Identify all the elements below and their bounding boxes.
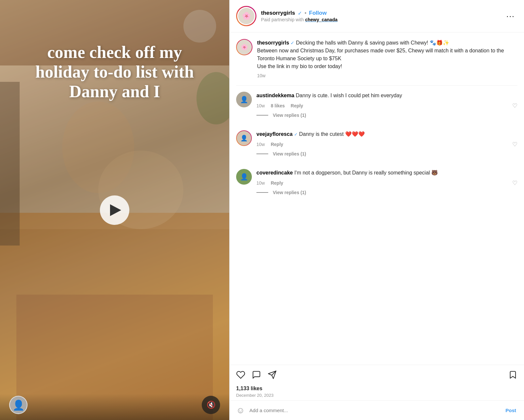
- video-panel: come check off my holiday to-do list wit…: [0, 0, 229, 420]
- comment-2-meta: 10w Reply ♡: [256, 141, 517, 148]
- comment-3-text: coveredincake I'm not a dogperson, but D…: [256, 169, 517, 177]
- likes-section: 1,133 likes December 20, 2023: [230, 384, 524, 400]
- comment-1-text: austindekkema Danny is cute. I wish I co…: [256, 92, 517, 100]
- comment-input[interactable]: [250, 408, 504, 413]
- comment-2-body: veejayfloresca ✓ Danny is the cutest ❤️❤…: [256, 130, 517, 156]
- comment-1-username[interactable]: austindekkema: [256, 93, 294, 98]
- svg-point-3: [183, 10, 216, 43]
- comment-3-username[interactable]: coveredincake: [256, 170, 293, 175]
- post-comment-button[interactable]: Post: [504, 408, 517, 413]
- comment-1: 👤 austindekkema Danny is cute. I wish I …: [236, 92, 517, 118]
- comment-2-avatar[interactable]: 👤: [236, 130, 252, 146]
- comment-2: 👤 veejayfloresca ✓ Danny is the cutest ❤…: [236, 130, 517, 156]
- comment-3-body: coveredincake I'm not a dogperson, but D…: [256, 169, 517, 195]
- comment-2-time: 10w: [256, 142, 265, 147]
- comment-1-body: austindekkema Danny is cute. I wish I co…: [256, 92, 517, 118]
- view-replies-line-2: [256, 154, 268, 154]
- comment-1-content: Danny is cute. I wish I could pet him ev…: [296, 93, 402, 98]
- caption-comment: 🌸 thesorrygirls ✓ Decking the halls with…: [236, 39, 517, 78]
- comments-divider: [236, 85, 517, 86]
- caption-body: thesorrygirls ✓ Decking the halls with D…: [257, 39, 517, 78]
- comment-3-view-replies[interactable]: View replies (1): [256, 190, 517, 195]
- add-comment-bar: ☺ Post: [230, 400, 524, 420]
- header-avatar-img: 🌸: [238, 8, 254, 24]
- comment-2-username[interactable]: veejayfloresca: [256, 131, 292, 137]
- header-avatar[interactable]: 🌸: [236, 6, 256, 26]
- comment-1-time: 10w: [256, 103, 265, 108]
- share-button[interactable]: [268, 370, 277, 382]
- view-replies-text-3[interactable]: View replies (1): [273, 190, 306, 195]
- partnership-text: Paid partnership with chewy_canada: [261, 17, 504, 22]
- partnership-brand[interactable]: chewy_canada: [305, 17, 338, 22]
- comment-2-reply-button[interactable]: Reply: [271, 142, 283, 147]
- caption-content: Decking the halls with Danny & saving pa…: [257, 40, 504, 69]
- actions-bar: [230, 365, 524, 384]
- caption-meta: 10w: [257, 73, 517, 78]
- svg-rect-4: [0, 82, 20, 246]
- comment-3-reply-button[interactable]: Reply: [271, 180, 283, 186]
- comment-1-view-replies[interactable]: View replies (1): [256, 113, 517, 118]
- comment-1-meta: 10w 8 likes Reply ♡: [256, 102, 517, 109]
- comment-2-view-replies[interactable]: View replies (1): [256, 151, 517, 156]
- comment-1-avatar[interactable]: 👤: [236, 92, 252, 107]
- comment-1-heart[interactable]: ♡: [512, 102, 517, 109]
- video-overlay-text: come check off my holiday to-do list wit…: [23, 43, 206, 101]
- comment-3: 👤 coveredincake I'm not a dogperson, but…: [236, 169, 517, 195]
- post-header: 🌸 thesorrygirls ✓ • Follow Paid partners…: [230, 0, 524, 32]
- comment-1-likes[interactable]: 8 likes: [271, 103, 285, 108]
- header-verified-badge: ✓: [298, 10, 302, 16]
- view-replies-line: [256, 115, 268, 116]
- caption-verified: ✓: [290, 40, 294, 46]
- comment-2-text: veejayfloresca ✓ Danny is the cutest ❤️❤…: [256, 130, 517, 138]
- likes-count[interactable]: 1,133 likes: [236, 386, 517, 392]
- caption-time: 10w: [257, 73, 266, 78]
- view-replies-line-3: [256, 192, 268, 193]
- avatar-icon: 👤: [12, 399, 25, 411]
- comment-3-avatar[interactable]: 👤: [236, 169, 252, 185]
- header-dot-separator: •: [305, 10, 307, 16]
- follow-button[interactable]: Follow: [309, 10, 327, 16]
- like-button[interactable]: [236, 370, 245, 382]
- post-date: December 20, 2023: [236, 393, 517, 398]
- mute-button[interactable]: 🔇: [202, 396, 220, 414]
- mute-icon: 🔇: [207, 401, 215, 409]
- more-options-button[interactable]: ···: [504, 11, 517, 21]
- right-panel: 🌸 thesorrygirls ✓ • Follow Paid partners…: [229, 0, 524, 420]
- caption-username[interactable]: thesorrygirls: [257, 40, 289, 46]
- video-bottom-bar: 👤 🔇: [0, 394, 229, 420]
- emoji-button[interactable]: ☺: [236, 405, 245, 415]
- comment-2-content: Danny is the cutest ❤️❤️❤️: [299, 131, 365, 137]
- comment-3-time: 10w: [256, 180, 265, 186]
- comment-3-heart[interactable]: ♡: [512, 179, 517, 187]
- comment-1-reply-button[interactable]: Reply: [291, 103, 303, 108]
- comment-2-verified: ✓: [294, 132, 298, 137]
- comment-button[interactable]: [252, 370, 261, 382]
- comment-3-content: I'm not a dogperson, but Danny is really…: [294, 170, 438, 175]
- view-replies-text[interactable]: View replies (1): [273, 113, 306, 118]
- bookmark-button[interactable]: [508, 370, 517, 382]
- play-button[interactable]: [100, 195, 129, 225]
- comment-2-heart[interactable]: ♡: [512, 141, 517, 148]
- comment-3-meta: 10w Reply ♡: [256, 179, 517, 187]
- header-username[interactable]: thesorrygirls: [261, 10, 295, 16]
- video-user-avatar[interactable]: 👤: [9, 396, 28, 414]
- view-replies-text-2[interactable]: View replies (1): [273, 151, 306, 156]
- caption-text: thesorrygirls ✓ Decking the halls with D…: [257, 39, 517, 70]
- header-info: thesorrygirls ✓ • Follow Paid partnershi…: [261, 10, 504, 22]
- caption-avatar[interactable]: 🌸: [236, 39, 253, 55]
- comments-section: 🌸 thesorrygirls ✓ Decking the halls with…: [230, 32, 524, 365]
